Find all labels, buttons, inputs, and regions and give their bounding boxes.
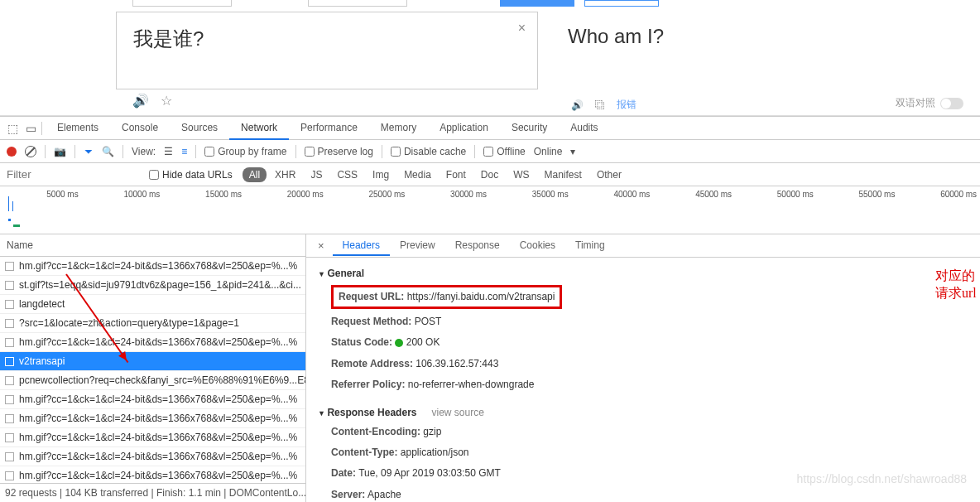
close-icon[interactable]: ×	[518, 21, 526, 36]
group-by-frame-checkbox[interactable]: Group by frame	[204, 146, 286, 157]
name-column-header[interactable]: Name	[0, 234, 305, 257]
timeline-tick: 45000 ms	[653, 190, 735, 234]
devtab-memory[interactable]: Memory	[369, 117, 428, 140]
request-method-value: POST	[415, 316, 442, 327]
online-select[interactable]: Online	[534, 146, 563, 157]
timeline-tick: 25000 ms	[327, 190, 409, 234]
preserve-log-checkbox[interactable]: Preserve log	[305, 146, 373, 157]
referrer-policy-value: no-referrer-when-downgrade	[408, 379, 535, 390]
request-row[interactable]: hm.gif?cc=1&ck=1&cl=24-bit&ds=1366x768&v…	[0, 333, 305, 352]
remote-address-value: 106.39.162.57:443	[416, 358, 498, 369]
request-row[interactable]: v2transapi	[0, 352, 305, 371]
manual-button[interactable]	[584, 0, 659, 7]
timeline-tick: 15000 ms	[163, 190, 245, 234]
timeline-tick: 60000 ms	[898, 190, 980, 234]
devtab-console[interactable]: Console	[110, 117, 170, 140]
filter-type-manifest[interactable]: Manifest	[538, 167, 588, 182]
search-icon[interactable]: 🔍	[102, 146, 114, 157]
view-label: View:	[132, 146, 156, 157]
timeline-tick: 20000 ms	[245, 190, 327, 234]
target-text: Who am I?	[568, 25, 955, 48]
report-link[interactable]: 报错	[617, 98, 637, 112]
filter-icon[interactable]: ⏷	[84, 146, 94, 157]
speaker-icon[interactable]: 🔊	[132, 93, 149, 109]
device-icon[interactable]: ▭	[23, 122, 38, 135]
top-tab[interactable]	[132, 0, 232, 7]
close-details-icon[interactable]: ×	[313, 239, 329, 252]
filter-type-css[interactable]: CSS	[330, 167, 364, 182]
request-row[interactable]: hm.gif?cc=1&ck=1&cl=24-bit&ds=1366x768&v…	[0, 390, 305, 409]
inspect-icon[interactable]: ⬚	[5, 122, 20, 135]
devtools-panel: ⬚ ▭ ElementsConsoleSourcesNetworkPerform…	[0, 116, 980, 502]
annotation-text: 对应的请求url	[935, 268, 980, 302]
list-view-icon[interactable]: ☰	[164, 146, 173, 157]
response-headers-section[interactable]: Response Headersview source	[318, 403, 968, 422]
request-row[interactable]: hm.gif?cc=1&ck=1&cl=24-bit&ds=1366x768&v…	[0, 428, 305, 447]
request-row[interactable]: hm.gif?cc=1&ck=1&cl=24-bit&ds=1366x768&v…	[0, 257, 305, 276]
filter-type-doc[interactable]: Doc	[474, 167, 505, 182]
target-box: Who am I?	[551, 12, 972, 89]
view-source-link[interactable]: view source	[431, 407, 483, 418]
status-bar: 92 requests | 104 KB transferred | Finis…	[0, 483, 305, 502]
devtab-performance[interactable]: Performance	[289, 117, 369, 140]
hide-data-urls-checkbox[interactable]: Hide data URLs	[149, 169, 233, 181]
timeline[interactable]: 5000 ms10000 ms15000 ms20000 ms25000 ms3…	[0, 186, 980, 234]
detail-tab-headers[interactable]: Headers	[333, 236, 390, 256]
filter-input[interactable]	[7, 168, 139, 181]
devtab-audits[interactable]: Audits	[559, 117, 609, 140]
large-view-icon[interactable]: ≡	[181, 146, 187, 157]
chevron-down-icon[interactable]: ▾	[570, 146, 575, 157]
translate-button[interactable]	[500, 0, 574, 7]
record-button[interactable]	[7, 147, 17, 157]
timeline-tick: 55000 ms	[817, 190, 899, 234]
offline-checkbox[interactable]: Offline	[483, 146, 525, 157]
filter-type-all[interactable]: All	[243, 167, 267, 182]
star-icon[interactable]: ☆	[161, 93, 172, 109]
timeline-tick: 50000 ms	[735, 190, 817, 234]
filter-type-media[interactable]: Media	[397, 167, 438, 182]
filter-type-other[interactable]: Other	[590, 167, 628, 182]
request-row[interactable]: langdetect	[0, 295, 305, 314]
devtab-elements[interactable]: Elements	[46, 117, 110, 140]
request-url-value: https://fanyi.baidu.com/v2transapi	[407, 291, 555, 302]
request-row[interactable]: hm.gif?cc=1&ck=1&cl=24-bit&ds=1366x768&v…	[0, 447, 305, 466]
translator-panel: 我是谁? × Who am I? 🔊 ☆ 🔊 ⿻ 报错 双语对照	[0, 0, 980, 116]
devtab-network[interactable]: Network	[229, 117, 289, 140]
request-row[interactable]: pcnewcollection?req=check&fanyi_src=%E6%…	[0, 371, 305, 390]
request-row[interactable]: ?src=1&locate=zh&action=query&type=1&pag…	[0, 314, 305, 333]
detail-tab-cookies[interactable]: Cookies	[510, 236, 565, 256]
top-tab[interactable]	[308, 0, 407, 7]
devtab-security[interactable]: Security	[500, 117, 559, 140]
status-code-value: 200 OK	[406, 336, 440, 348]
devtab-application[interactable]: Application	[428, 117, 500, 140]
clear-button[interactable]	[25, 146, 36, 157]
detail-tab-response[interactable]: Response	[445, 236, 510, 256]
devtab-sources[interactable]: Sources	[170, 117, 229, 140]
filter-type-img[interactable]: Img	[366, 167, 396, 182]
timeline-tick: 30000 ms	[408, 190, 490, 234]
filter-type-xhr[interactable]: XHR	[268, 167, 302, 182]
speaker-icon[interactable]: 🔊	[571, 99, 584, 111]
request-row[interactable]: st.gif?ts=1eqq&sid=ju9791dtv6z&page=156_…	[0, 276, 305, 295]
filter-type-font[interactable]: Font	[440, 167, 473, 182]
filter-type-js[interactable]: JS	[304, 167, 329, 182]
source-textarea[interactable]: 我是谁? ×	[116, 12, 538, 89]
bilingual-toggle[interactable]	[940, 98, 963, 109]
general-section[interactable]: General	[318, 264, 968, 282]
source-text: 我是谁?	[133, 26, 521, 52]
disable-cache-checkbox[interactable]: Disable cache	[391, 146, 466, 157]
camera-icon[interactable]: 📷	[54, 146, 66, 157]
timeline-tick: 40000 ms	[572, 190, 654, 234]
request-row[interactable]: hm.gif?cc=1&ck=1&cl=24-bit&ds=1366x768&v…	[0, 466, 305, 483]
bilingual-label: 双语对照	[896, 96, 935, 110]
request-row[interactable]: hm.gif?cc=1&ck=1&cl=24-bit&ds=1366x768&v…	[0, 409, 305, 428]
timeline-tick: 10000 ms	[82, 190, 164, 234]
filter-type-ws[interactable]: WS	[507, 167, 536, 182]
detail-tab-timing[interactable]: Timing	[565, 236, 615, 256]
copy-icon[interactable]: ⿻	[595, 99, 605, 111]
timeline-tick: 35000 ms	[490, 190, 572, 234]
detail-tab-preview[interactable]: Preview	[390, 236, 445, 256]
